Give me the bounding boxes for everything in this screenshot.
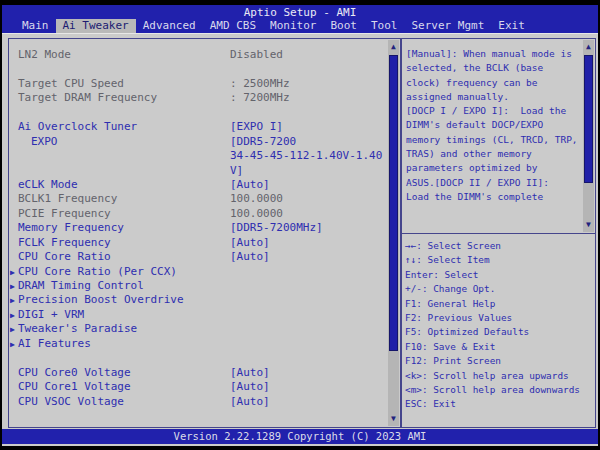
scroll-down-icon[interactable]: ▼ — [388, 413, 399, 425]
setting-label: FCLK Frequency — [18, 236, 111, 249]
submenu-arrow-icon: ▶ — [10, 280, 15, 294]
help-text-line: [Manual]: When manual mode is — [406, 47, 581, 61]
help-text-line: [DOCP I / EXPO I]: Load the — [406, 104, 581, 118]
menu-tab-ai-tweaker[interactable]: Ai Tweaker — [56, 19, 136, 33]
blank-row — [9, 62, 387, 76]
bios-setup-screen: Aptio Setup - AMI MainAi TweakerAdvanced… — [0, 0, 600, 450]
menu-bar: MainAi TweakerAdvancedAMD CBSMonitorBoot… — [15, 19, 532, 33]
setting-row-cpu-vsoc-voltage[interactable]: CPU VSOC Voltage[Auto] — [9, 395, 387, 409]
menu-tab-monitor[interactable]: Monitor — [263, 19, 323, 33]
setting-label: Ai Overclock Tuner — [18, 120, 137, 133]
page-title: Aptio Setup - AMI — [2, 5, 598, 19]
setting-label: Target CPU Speed — [18, 77, 124, 90]
setting-label: Target DRAM Frequency — [18, 91, 157, 104]
setting-label: Tweaker's Paradise — [18, 322, 137, 335]
blank-row — [9, 106, 387, 120]
setting-label: CPU Core1 Voltage — [18, 380, 131, 393]
hotkey-line: <m>: Scroll help area downwards — [405, 383, 595, 397]
setting-row-cpu-core-ratio[interactable]: CPU Core Ratio[Auto] — [9, 250, 387, 264]
menu-tab-amd-cbs[interactable]: AMD CBS — [203, 19, 263, 33]
hotkey-legend-area: →←: Select Screen↑↓: Select ItemEnter: S… — [402, 234, 595, 427]
submenu-item-ai-features[interactable]: ▶AI Features — [9, 337, 387, 351]
setting-row-ln2-mode: LN2 ModeDisabled — [9, 48, 387, 62]
scroll-down-icon[interactable]: ▼ — [583, 219, 594, 231]
help-text-line: ASUS.[DOCP II / EXPO II]: — [406, 176, 581, 190]
hotkey-line: →←: Select Screen — [405, 239, 595, 253]
help-text: [Manual]: When manual mode isselected, t… — [402, 39, 595, 204]
setting-row-cpu-core0-voltage[interactable]: CPU Core0 Voltage[Auto] — [9, 366, 387, 380]
setting-label: Memory Frequency — [18, 221, 124, 234]
settings-list: LN2 ModeDisabledTarget CPU Speed: 2500MH… — [9, 48, 387, 409]
settings-panel: LN2 ModeDisabledTarget CPU Speed: 2500MH… — [8, 38, 401, 428]
setting-row-expo[interactable]: EXPO[DDR5-7200 — [9, 135, 387, 149]
menu-tab-server-mgmt[interactable]: Server Mgmt — [404, 19, 491, 33]
submenu-item-precision-boost-overdrive[interactable]: ▶Precision Boost Overdrive — [9, 293, 387, 307]
setting-label: LN2 Mode — [18, 48, 71, 61]
blank-row — [9, 351, 387, 365]
hotkey-line: F12: Print Screen — [405, 354, 595, 368]
setting-label: EXPO — [31, 135, 58, 148]
submenu-item-tweaker-s-paradise[interactable]: ▶Tweaker's Paradise — [9, 322, 387, 336]
setting-value: [Auto] — [230, 366, 270, 380]
menu-tab-main[interactable]: Main — [15, 19, 56, 33]
setting-row-eclk-mode[interactable]: eCLK Mode[Auto] — [9, 178, 387, 192]
hotkey-line: Enter: Select — [405, 268, 595, 282]
setting-value: [DDR5-7200 — [230, 135, 296, 149]
setting-row-target-dram-frequency: Target DRAM Frequency: 7200MHz — [9, 91, 387, 105]
hotkey-line: F2: Previous Values — [405, 311, 595, 325]
setting-value: 100.0000 — [230, 192, 283, 206]
scroll-up-icon[interactable]: ▲ — [583, 41, 594, 53]
settings-scrollbar[interactable]: ▲ ▼ — [388, 40, 399, 426]
menu-tab-boot[interactable]: Boot — [323, 19, 364, 33]
scrollbar-thumb[interactable] — [389, 55, 398, 351]
submenu-arrow-icon: ▶ — [10, 309, 15, 323]
bios-body: LN2 ModeDisabledTarget CPU Speed: 2500MH… — [2, 33, 598, 446]
submenu-item-digi-vrm[interactable]: ▶DIGI + VRM — [9, 308, 387, 322]
setting-row-ai-overclock-tuner[interactable]: Ai Overclock Tuner[EXPO I] — [9, 120, 387, 134]
setting-row-cpu-core1-voltage[interactable]: CPU Core1 Voltage[Auto] — [9, 380, 387, 394]
hotkey-line: ESC: Exit — [405, 397, 595, 411]
menu-tab-advanced[interactable]: Advanced — [136, 19, 203, 33]
setting-value: 34-45-45-112-1.40V-1.40 — [230, 149, 382, 163]
setting-label: CPU Core0 Voltage — [18, 366, 131, 379]
submenu-item-cpu-core-ratio-per-ccx[interactable]: ▶CPU Core Ratio (Per CCX) — [9, 265, 387, 279]
setting-label: eCLK Mode — [18, 178, 78, 191]
setting-label: DRAM Timing Control — [18, 279, 144, 292]
help-text-line: memory timings (CL, TRCD, TRP, — [406, 133, 581, 147]
setting-value: [Auto] — [230, 395, 270, 409]
setting-row-continuation[interactable]: 34-45-45-112-1.40V-1.40 — [9, 149, 387, 163]
hotkey-line: <k>: Scroll help area upwards — [405, 369, 595, 383]
version-footer: Version 2.22.1289 Copyright (C) 2023 AMI — [2, 429, 598, 444]
help-scrollbar[interactable]: ▲ ▼ — [583, 40, 594, 232]
setting-value: [Auto] — [230, 250, 270, 264]
setting-value: [EXPO I] — [230, 120, 283, 134]
hotkey-line: F10: Save & Exit — [405, 340, 595, 354]
setting-row-pcie-frequency: PCIE Frequency100.0000 — [9, 207, 387, 221]
submenu-item-dram-timing-control[interactable]: ▶DRAM Timing Control — [9, 279, 387, 293]
help-panel: [Manual]: When manual mode isselected, t… — [401, 38, 596, 428]
setting-label: PCIE Frequency — [18, 207, 111, 220]
setting-value: : 7200MHz — [230, 91, 290, 105]
help-text-line: selected, the BCLK (base — [406, 61, 581, 75]
scroll-up-icon[interactable]: ▲ — [388, 41, 399, 53]
setting-label: DIGI + VRM — [18, 308, 84, 321]
submenu-arrow-icon: ▶ — [10, 294, 15, 308]
menu-tab-tool[interactable]: Tool — [364, 19, 405, 33]
scrollbar-thumb[interactable] — [584, 55, 593, 183]
setting-row-fclk-frequency[interactable]: FCLK Frequency[Auto] — [9, 236, 387, 250]
menu-tab-exit[interactable]: Exit — [491, 19, 532, 33]
setting-label: BCLK1 Frequency — [18, 192, 117, 205]
hotkey-line: ↑↓: Select Item — [405, 253, 595, 267]
help-text-line: parameters optimized by — [406, 161, 581, 175]
setting-value: Disabled — [230, 48, 283, 62]
setting-row-continuation[interactable]: V] — [9, 164, 387, 178]
titlebar: Aptio Setup - AMI MainAi TweakerAdvanced… — [2, 5, 598, 33]
help-text-line: clock) frequency can be — [406, 76, 581, 90]
hotkey-line: F1: General Help — [405, 297, 595, 311]
submenu-arrow-icon: ▶ — [10, 266, 15, 280]
setting-value: [Auto] — [230, 236, 270, 250]
setting-row-bclk1-frequency: BCLK1 Frequency100.0000 — [9, 192, 387, 206]
setting-row-memory-frequency[interactable]: Memory Frequency[DDR5-7200MHz] — [9, 221, 387, 235]
help-text-line: TRAS) and other memory — [406, 147, 581, 161]
setting-value: : 2500MHz — [230, 77, 290, 91]
